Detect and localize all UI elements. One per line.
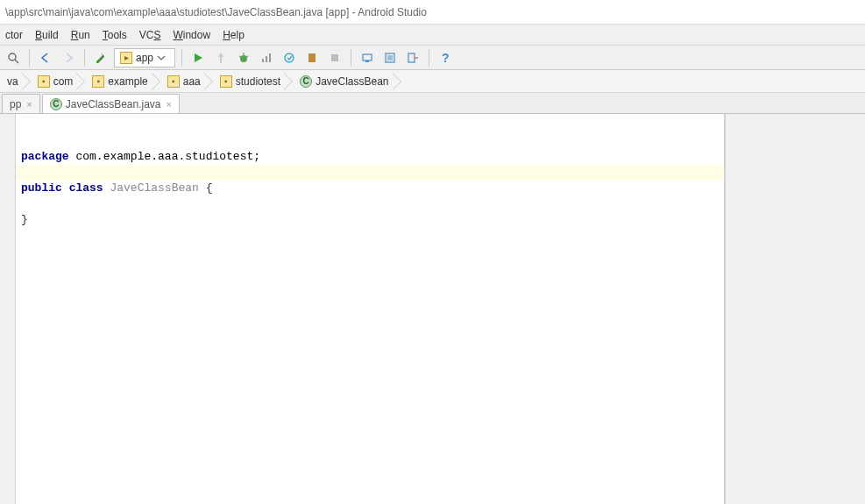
search-icon[interactable] [4,48,23,67]
profile-icon[interactable] [257,48,276,67]
svg-line-4 [239,56,241,57]
build-icon[interactable] [91,48,110,67]
stop-icon[interactable] [302,48,322,67]
debug-icon[interactable] [234,48,253,67]
crumb-com[interactable]: ▪ com [32,72,77,91]
menu-tools[interactable]: Tools [103,29,127,41]
menu-help[interactable]: Help [223,29,245,41]
brace-open: { [206,181,213,195]
crumb-studiotest[interactable]: ▪ studiotest [215,72,284,91]
module-icon: ▸ [120,52,132,64]
svg-text:?: ? [442,51,450,65]
crumb-java[interactable]: va [2,72,22,91]
menu-window[interactable]: Window [173,29,210,41]
stop2-icon[interactable] [325,48,344,67]
svg-rect-7 [266,56,267,62]
menu-bar: ctor Build Run Tools VCS Window Help [0,25,865,46]
svg-rect-8 [269,53,271,62]
class-name: JaveClassBean [110,181,198,195]
crumb-class[interactable]: C JaveClassBean [294,72,392,91]
keyword-class: class [69,181,103,195]
svg-point-0 [9,53,16,60]
svg-point-2 [240,55,247,62]
svg-rect-12 [363,54,372,60]
svg-line-1 [15,60,18,63]
breadcrumb: va ▪ com ▪ example ▪ aaa ▪ studiotest C … [0,70,865,93]
editor-gutter[interactable] [0,114,16,504]
apply-changes-icon[interactable] [211,48,230,67]
svg-rect-11 [331,54,338,61]
tab-app[interactable]: pp × [2,94,40,113]
folder-icon: ▪ [220,75,232,88]
editor-area: package com.example.aaa.studiotest; publ… [0,114,865,504]
avd-manager-icon[interactable] [358,48,377,67]
crumb-example[interactable]: ▪ example [87,72,151,91]
code-editor[interactable]: package com.example.aaa.studiotest; publ… [16,114,725,504]
back-icon[interactable] [36,48,55,67]
close-icon[interactable]: × [25,99,32,110]
current-line-highlight [16,165,724,181]
svg-line-5 [246,56,248,57]
svg-rect-10 [308,53,316,62]
svg-rect-13 [365,60,369,62]
folder-icon: ▪ [92,75,104,88]
toolbar: ▸ app ? [0,46,865,70]
folder-icon: ▪ [38,75,50,88]
module-selector[interactable]: ▸ app [114,48,175,67]
editor-tabs: pp × C JaveClassBean.java × [0,93,865,114]
svg-point-9 [285,53,294,62]
module-name: app [136,52,153,64]
editor-overview-ruler[interactable] [725,114,865,504]
svg-rect-6 [262,59,264,62]
menu-vcs[interactable]: VCS [139,29,161,41]
menu-ctor[interactable]: ctor [5,29,23,41]
menu-run[interactable]: Run [71,29,90,41]
close-icon[interactable]: × [165,99,172,110]
title-text: \app\src\main\java\com\example\aaa\studi… [5,6,427,18]
folder-icon: ▪ [167,75,180,88]
menu-build[interactable]: Build [35,29,59,41]
class-icon: C [50,98,62,110]
attach-debugger-icon[interactable] [280,48,299,67]
svg-rect-15 [408,53,415,62]
keyword-public: public [21,181,62,195]
class-icon: C [300,75,312,88]
keyword-package: package [21,150,69,163]
sdk-manager-icon[interactable] [380,48,400,67]
brace-close: } [21,213,28,226]
tab-javeclassbean[interactable]: C JaveClassBean.java × [42,94,180,113]
layout-inspector-icon[interactable] [403,48,422,67]
forward-icon[interactable] [59,48,78,67]
run-icon[interactable] [188,48,208,67]
title-bar: \app\src\main\java\com\example\aaa\studi… [0,0,865,25]
help-icon[interactable]: ? [436,48,455,67]
chevron-down-icon [157,53,166,62]
crumb-aaa[interactable]: ▪ aaa [162,72,204,91]
package-name: com.example.aaa.studiotest; [75,150,260,163]
